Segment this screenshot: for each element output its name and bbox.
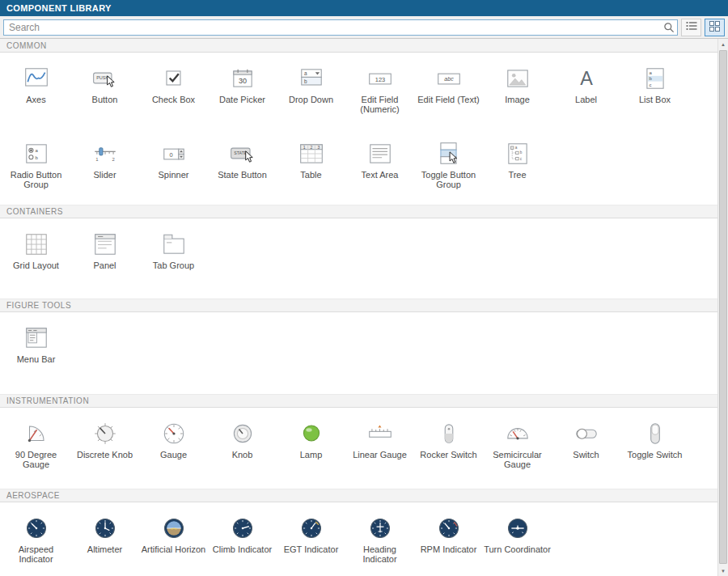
svg-text:c: c xyxy=(649,83,651,87)
image-icon xyxy=(504,64,531,93)
rpm-indicator-icon xyxy=(435,514,463,543)
component-label: Image xyxy=(505,95,530,104)
egt-indicator-icon xyxy=(298,514,325,543)
component-label: Edit Field (Numeric) xyxy=(345,95,414,114)
component-label: Menu Bar xyxy=(17,354,56,364)
section-title: AEROSPACE xyxy=(6,491,60,500)
component-label: Semicircular Gauge xyxy=(483,450,552,469)
section-header-figure-tools[interactable]: FIGURE TOOLS xyxy=(0,299,717,312)
component-label: Tree xyxy=(508,170,526,180)
toggle-button-group-icon xyxy=(435,139,463,168)
component-gauge[interactable]: Gauge xyxy=(139,409,208,489)
section-title: FIGURE TOOLS xyxy=(6,301,71,310)
grid-view-button[interactable] xyxy=(705,19,725,36)
table-icon: 123 xyxy=(298,139,325,168)
component-check-box[interactable]: Check Box xyxy=(139,54,208,129)
component-state-button[interactable]: STATEState Button xyxy=(208,129,277,205)
component-image[interactable]: Image xyxy=(483,54,552,129)
section-header-containers[interactable]: CONTAINERS xyxy=(0,205,717,218)
component-label: Radio Button Group xyxy=(2,170,70,189)
component-label: Linear Gauge xyxy=(353,450,407,460)
state-button-icon: STATE xyxy=(229,139,256,168)
component-grid-layout[interactable]: Grid Layout xyxy=(2,220,70,299)
gauge-icon xyxy=(160,419,188,448)
panel-titlebar: COMPONENT LIBRARY xyxy=(0,0,728,16)
component-label: Gauge xyxy=(160,450,187,460)
component-label: Date Picker xyxy=(219,95,265,104)
scrollbar-thumb[interactable] xyxy=(719,50,727,564)
component-tree[interactable]: abcTree xyxy=(483,129,552,205)
component-edit-field-text[interactable]: abcEdit Field (Text) xyxy=(414,54,483,129)
component-90-degree-gauge[interactable]: 90 Degree Gauge xyxy=(2,409,70,489)
component-label: Airspeed Indicator xyxy=(2,544,70,564)
component-label: List Box xyxy=(639,95,671,104)
component-spinner[interactable]: 0Spinner xyxy=(139,129,208,205)
component-label: 90 Degree Gauge xyxy=(2,450,70,469)
component-table[interactable]: 123Table xyxy=(277,129,345,205)
component-artificial-horizon[interactable]: Artificial Horizon xyxy=(139,504,208,576)
button-icon: PUSH xyxy=(91,64,119,93)
scroll-down-button[interactable]: ▼ xyxy=(718,565,728,576)
component-menu-bar[interactable]: Menu Bar xyxy=(2,314,70,394)
section-header-common[interactable]: COMMON xyxy=(0,39,717,53)
slider-icon: 12 xyxy=(91,139,119,168)
section-header-aerospace[interactable]: AEROSPACE xyxy=(0,489,717,502)
component-toggle-button-group[interactable]: Toggle Button Group xyxy=(414,129,483,205)
section-title: CONTAINERS xyxy=(6,207,63,216)
component-switch[interactable]: Switch xyxy=(552,409,620,489)
component-tab-group[interactable]: Tab Group xyxy=(139,220,208,299)
component-drop-down[interactable]: abDrop Down xyxy=(277,54,345,129)
component-label: Label xyxy=(575,95,597,104)
component-edit-field-numeric[interactable]: 123Edit Field (Numeric) xyxy=(345,54,414,129)
component-toggle-switch[interactable]: Toggle Switch xyxy=(620,409,689,489)
svg-text:30: 30 xyxy=(238,77,246,85)
component-text-area[interactable]: Text Area xyxy=(345,129,414,205)
list-view-button[interactable] xyxy=(681,19,701,36)
section-items: 90 Degree GaugeDiscrete KnobGaugeKnobLam… xyxy=(0,408,717,489)
component-lamp[interactable]: Lamp xyxy=(277,409,345,489)
component-label[interactable]: ALabel xyxy=(552,54,620,129)
svg-text:abc: abc xyxy=(444,76,454,82)
component-heading-indicator[interactable]: Heading Indicator xyxy=(345,504,414,576)
component-airspeed-indicator[interactable]: Airspeed Indicator xyxy=(2,504,70,576)
component-date-picker[interactable]: 30Date Picker xyxy=(208,54,277,129)
svg-text:a: a xyxy=(514,146,517,150)
component-label: Drop Down xyxy=(289,95,333,104)
date-picker-icon: 30 xyxy=(229,64,256,93)
svg-text:0: 0 xyxy=(169,151,172,159)
component-axes[interactable]: Axes xyxy=(2,54,70,129)
axes-icon xyxy=(23,64,50,93)
grid-layout-icon xyxy=(23,230,50,259)
rocker-switch-icon xyxy=(435,419,463,448)
component-egt-indicator[interactable]: EGT Indicator xyxy=(277,504,345,576)
component-semicircular-gauge[interactable]: Semicircular Gauge xyxy=(483,409,552,489)
component-slider[interactable]: 12Slider xyxy=(70,129,139,205)
search-toolbar xyxy=(0,16,728,39)
section-title: COMMON xyxy=(6,41,47,50)
component-button[interactable]: PUSHButton xyxy=(70,54,139,129)
component-turn-coordinator[interactable]: Turn Coordinator xyxy=(483,504,552,576)
section-header-instrumentation[interactable]: INSTRUMENTATION xyxy=(0,394,717,408)
tree-icon: abc xyxy=(504,139,531,168)
svg-text:A: A xyxy=(580,68,593,89)
list-view-icon xyxy=(686,21,697,33)
search-icon[interactable] xyxy=(663,22,675,33)
svg-text:123: 123 xyxy=(375,76,384,83)
component-altimeter[interactable]: Altimeter xyxy=(70,504,139,576)
component-label: Table xyxy=(300,170,321,180)
altimeter-icon xyxy=(91,514,119,543)
component-discrete-knob[interactable]: Discrete Knob xyxy=(70,409,139,489)
component-rpm-indicator[interactable]: RPM Indicator xyxy=(414,504,483,576)
component-panel[interactable]: Panel xyxy=(70,220,139,299)
svg-text:a: a xyxy=(303,70,307,76)
component-rocker-switch[interactable]: Rocker Switch xyxy=(414,409,483,489)
component-radio-button-group[interactable]: abRadio Button Group xyxy=(2,129,70,205)
component-list-box[interactable]: abcList Box xyxy=(620,54,689,129)
component-knob[interactable]: Knob xyxy=(208,409,277,489)
component-linear-gauge[interactable]: Linear Gauge xyxy=(345,409,414,489)
vertical-scrollbar[interactable]: ▲ ▼ xyxy=(717,39,728,576)
component-climb-indicator[interactable]: Climb Indicator xyxy=(208,504,277,576)
search-input[interactable] xyxy=(3,19,678,36)
section-items: Menu Bar xyxy=(0,312,717,394)
scroll-up-button[interactable]: ▲ xyxy=(718,39,728,49)
